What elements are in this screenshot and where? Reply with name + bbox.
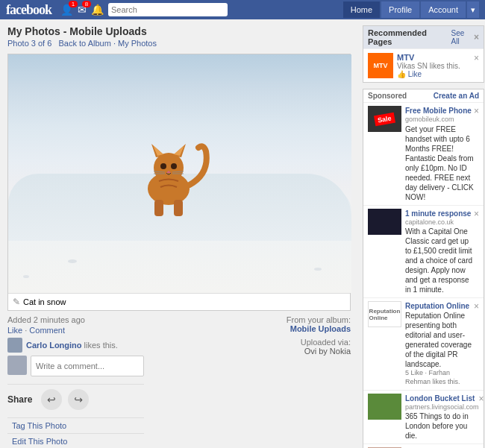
recommended-pages-header: Recommended Pages See All ×	[363, 26, 484, 48]
messages-badge: 8	[82, 1, 91, 7]
share-label: Share	[7, 394, 32, 405]
sponsored-section: Sponsored Create an Ad Sale Free Mobile …	[363, 89, 484, 448]
share-icons-row: Share ↩ ↩	[7, 385, 144, 414]
recommended-pages-section: Recommended Pages See All × MTV MTV Vika…	[363, 25, 484, 83]
recommended-close-icon[interactable]: ×	[474, 32, 479, 42]
likes-row: Carlo Longino likes this.	[7, 338, 144, 353]
mtv-close-icon[interactable]: ×	[474, 53, 479, 63]
info-left: Added 2 minutes ago Like · Comment Carlo…	[7, 315, 144, 448]
ad-mobile-thumb: Sale	[368, 106, 401, 132]
ad-capital-desc: With a Capital One Classic card get up t…	[405, 227, 474, 294]
album-label: From your album:	[287, 315, 351, 324]
commenter-avatar	[7, 356, 27, 375]
ad-mobile-desc: Get your FREE handset with upto 6 Months…	[405, 124, 474, 202]
ad-mobile-close[interactable]: ×	[474, 106, 479, 116]
ad-capital-one: 1 minute response capitalone.co.uk With …	[363, 205, 484, 298]
info-row: Added 2 minutes ago Like · Comment Carlo…	[7, 315, 351, 448]
photo-actions: Tag This Photo Edit This Photo Delete Th…	[7, 417, 144, 448]
page-title: My Photos - Mobile Uploads	[7, 25, 351, 37]
sponsored-header: Sponsored Create an Ad	[363, 89, 484, 102]
added-time: Added 2 minutes ago	[7, 315, 144, 324]
ad-reputation-like: 5 Like · Farhan Rehman likes this.	[405, 369, 474, 386]
account-button[interactable]: Account	[421, 1, 466, 18]
photo-caption: Cat in snow	[23, 297, 66, 306]
svg-point-6	[160, 163, 166, 169]
ad-london-title[interactable]: London Bucket List	[405, 394, 479, 403]
mtv-name[interactable]: MTV	[397, 53, 474, 62]
comment-row	[7, 356, 144, 376]
my-photos-link[interactable]: My Photos	[118, 39, 157, 48]
home-button[interactable]: Home	[343, 1, 380, 18]
liker-avatar	[7, 338, 22, 353]
ad-reputation-close[interactable]: ×	[474, 301, 479, 312]
mtv-thumb: MTV	[368, 53, 393, 78]
ad-capital-thumb	[368, 209, 401, 235]
edit-photo-action[interactable]: Edit This Photo	[7, 433, 144, 448]
ad-capital-domain: capitalone.co.uk	[405, 218, 474, 227]
ad-seeking-love: Seeking Love ? mate1.com Get a date in a…	[363, 444, 484, 448]
ad-capital-text: 1 minute response capitalone.co.uk With …	[405, 209, 474, 295]
album-name[interactable]: Mobile Uploads	[287, 324, 351, 333]
nav-right: Home Profile Account ▾	[343, 1, 479, 18]
prev-next: Previous Next	[295, 25, 351, 27]
share-icon-1[interactable]: ↩	[41, 389, 62, 410]
info-right: From your album: Mobile Uploads Uploaded…	[287, 315, 351, 448]
see-all-link[interactable]: See All	[451, 29, 474, 45]
notifications-icon-wrapper[interactable]: 🔔	[91, 4, 104, 16]
facebook-logo: facebook	[6, 2, 51, 18]
ad-reputation-thumb: ReputationOnline	[368, 301, 401, 327]
liker-name: Carlo Longino likes this.	[26, 341, 118, 350]
ad-mobile-text: Free Mobile Phone gomobileuk.com Get you…	[405, 106, 474, 202]
ad-london-text: London Bucket List partners.livingsocial…	[405, 394, 479, 441]
upload-app: Ovi by Nokia	[287, 347, 351, 356]
search-input[interactable]	[108, 3, 228, 16]
ad-london-thumb	[368, 394, 401, 420]
ad-capital-close[interactable]: ×	[474, 209, 479, 219]
svg-rect-14	[174, 200, 183, 216]
messages-icon-wrapper[interactable]: ✉ 8	[78, 4, 87, 16]
profile-button[interactable]: Profile	[381, 1, 419, 18]
sidebar: Recommended Pages See All × MTV MTV Vika…	[358, 19, 485, 448]
ad-london-domain: partners.livingsocial.com	[405, 403, 479, 412]
friend-requests-badge: 1	[69, 1, 78, 7]
account-dropdown-button[interactable]: ▾	[467, 1, 479, 18]
action-links: Like · Comment	[7, 326, 144, 335]
mtv-like-button[interactable]: 👍 Like	[397, 70, 474, 78]
photo-container: ✎ Cat in snow	[7, 54, 351, 311]
back-to-album-link[interactable]: Back to Album	[59, 39, 111, 48]
ad-capital-title[interactable]: 1 minute response	[405, 209, 474, 218]
ad-london: London Bucket List partners.livingsocial…	[363, 390, 484, 444]
rec-page-mtv: MTV MTV Vikas SN likes this. 👍 Like ×	[363, 48, 484, 82]
ad-reputation-desc: Reputation Online presenting both editor…	[405, 311, 474, 369]
create-ad-link[interactable]: Create an Ad	[434, 92, 479, 100]
tag-photo-action[interactable]: Tag This Photo	[7, 417, 144, 433]
share-icon-2[interactable]: ↩	[68, 389, 89, 410]
ad-reputation: ReputationOnline Reputation Online Reput…	[363, 297, 484, 389]
photo-area: My Photos - Mobile Uploads Previous Next…	[0, 19, 358, 448]
main-content: My Photos - Mobile Uploads Previous Next…	[0, 19, 485, 448]
photo-image	[8, 54, 351, 293]
ad-london-desc: 365 Things to do in London before you di…	[405, 411, 479, 441]
like-link[interactable]: Like	[7, 326, 22, 335]
breadcrumb: Photo 3 of 6 Back to Album · My Photos	[7, 39, 351, 48]
sponsored-label: Sponsored	[368, 92, 407, 100]
friend-requests-icon-wrapper[interactable]: 👤 1	[60, 4, 73, 16]
caption-row: ✎ Cat in snow	[8, 293, 350, 310]
previous-link[interactable]: Previous	[295, 25, 327, 27]
ad-reputation-text: Reputation Online Reputation Online pres…	[405, 301, 474, 386]
mtv-likes: Vikas SN likes this.	[397, 62, 474, 70]
ad-reputation-title[interactable]: Reputation Online	[405, 301, 474, 311]
navbar: facebook 👤 1 ✉ 8 🔔 Home Profile Account …	[0, 0, 485, 19]
edit-caption-icon[interactable]: ✎	[13, 297, 20, 307]
svg-rect-13	[154, 200, 163, 216]
mtv-info: MTV Vikas SN likes this. 👍 Like	[397, 53, 474, 78]
next-link[interactable]: Next	[334, 25, 351, 27]
recommended-header-label: Recommended Pages	[368, 28, 451, 46]
comment-link[interactable]: Comment	[29, 326, 65, 335]
ad-london-close[interactable]: ×	[479, 394, 484, 404]
svg-point-7	[171, 163, 177, 169]
upload-via-label: Uploaded via:	[287, 338, 351, 347]
share-actions: Share ↩ ↩	[7, 384, 144, 414]
ad-mobile-title[interactable]: Free Mobile Phone	[405, 106, 474, 116]
comment-input[interactable]	[31, 356, 144, 376]
